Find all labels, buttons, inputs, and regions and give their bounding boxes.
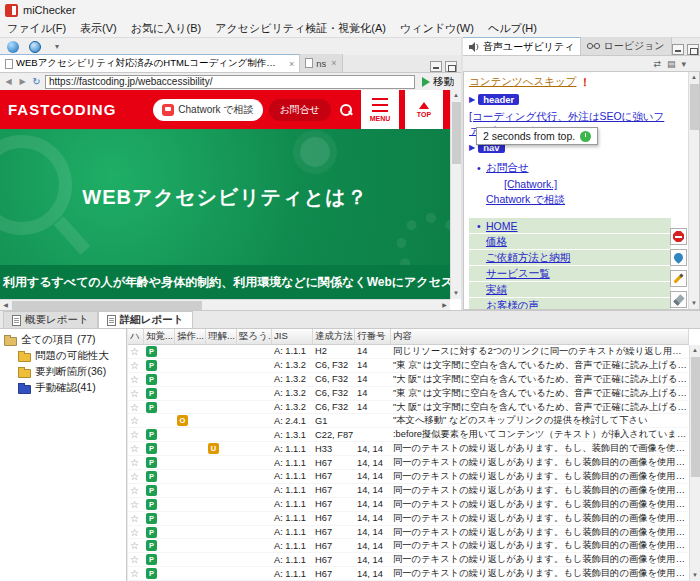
- column-header[interactable]: JIS: [272, 329, 313, 344]
- favorite-cell[interactable]: ☆: [128, 346, 144, 357]
- nav-link-label[interactable]: お客様の声: [486, 299, 539, 310]
- issue-row[interactable]: ☆ P A: 1.1.1 H67 14, 14 同一のテキストの繰り返しがありま…: [128, 553, 689, 567]
- browser-tab-active[interactable]: WEBアクセシビリティ対応済みのHTMLコーディング制作について | コーディン…: [0, 54, 300, 72]
- nav-link-label[interactable]: 実績: [486, 283, 507, 297]
- favorite-cell[interactable]: ☆: [128, 443, 144, 454]
- nav-link-item[interactable]: [Chatwork.]: [469, 176, 689, 192]
- droplet-icon[interactable]: [670, 249, 687, 266]
- issue-row[interactable]: ☆ P A: 1.1.1 H67 14, 14 同一のテキストの繰り返しがありま…: [128, 526, 689, 540]
- column-header[interactable]: 内容: [391, 329, 689, 344]
- tab-low-vision[interactable]: ロービジョン: [581, 37, 671, 55]
- tree-item[interactable]: 手動確認(41): [0, 380, 126, 396]
- nav-link-item[interactable]: Chatwork で相談: [469, 192, 689, 208]
- nav-link-item[interactable]: お客様の声: [469, 298, 671, 309]
- minimize-icon[interactable]: [672, 44, 684, 55]
- expand-triangle-icon[interactable]: ▶: [469, 95, 475, 104]
- voice-visualization-button[interactable]: [4, 39, 22, 54]
- menu-item[interactable]: ウィンドウ(W): [393, 19, 481, 38]
- eraser-icon[interactable]: [670, 291, 687, 308]
- issue-row[interactable]: ☆ P A: 1.3.2 C6, F32 14 "東 京" は文字間に空白を含ん…: [128, 387, 689, 401]
- panel-scrollbar[interactable]: ▲ ▼: [688, 72, 699, 309]
- menu-item[interactable]: 表示(V): [73, 19, 124, 38]
- favorite-cell[interactable]: ☆: [128, 554, 144, 565]
- column-header[interactable]: 理解...: [206, 329, 237, 344]
- menu-item[interactable]: アクセシビリティ検証・視覚化(A): [208, 19, 393, 38]
- browser-tab-2[interactable]: ns ×: [300, 54, 342, 72]
- skip-to-content-link[interactable]: コンテンツへスキップ: [469, 75, 576, 89]
- scroll-up-icon[interactable]: ▲: [451, 90, 461, 101]
- issue-row[interactable]: ☆ P A: 1.1.1 H2 14 同じリソースに対する2つのリンクに同一のテ…: [128, 345, 689, 359]
- tree-item[interactable]: 要判断箇所(36): [0, 364, 126, 380]
- site-logo[interactable]: FASTCODING: [8, 101, 116, 118]
- tree-item[interactable]: 全ての項目 (77): [0, 332, 126, 348]
- favorite-cell[interactable]: ☆: [128, 388, 144, 399]
- table-scrollbar[interactable]: ▲ ▼: [689, 345, 700, 581]
- contact-button[interactable]: お問合せ: [269, 99, 331, 121]
- refresh-icon[interactable]: ↻: [31, 76, 42, 87]
- scroll-down-icon[interactable]: ▼: [690, 570, 700, 581]
- nav-link-label[interactable]: ご依頼方法と納期: [486, 251, 571, 265]
- issue-row[interactable]: ☆ P A: 1.3.2 C6, F32 14 "東 京" は文字間に空白を含ん…: [128, 359, 689, 373]
- nav-link-item[interactable]: 価格: [469, 234, 671, 249]
- restore-icon[interactable]: [687, 44, 699, 55]
- nav-link-item[interactable]: 実績: [469, 282, 671, 297]
- menu-item[interactable]: ヘルプ(H): [481, 19, 544, 38]
- nav-link-label[interactable]: お問合せ: [486, 161, 529, 175]
- maximize-icon[interactable]: [445, 61, 457, 72]
- issue-row[interactable]: ☆ P A: 1.3.2 C6, F32 14 "大 阪" は文字間に空白を含ん…: [128, 401, 689, 415]
- browser-horizontal-scrollbar[interactable]: ◀ ▶: [0, 299, 450, 310]
- favorite-cell[interactable]: ☆: [128, 568, 144, 579]
- issue-row[interactable]: ☆ P U A: 1.1.1 H33 14, 14 同一のテキストの繰り返しがあ…: [128, 442, 689, 456]
- close-icon[interactable]: ×: [331, 58, 336, 68]
- stop-sign-icon[interactable]: [670, 228, 687, 245]
- favorite-cell[interactable]: ☆: [128, 360, 144, 371]
- nav-link-label[interactable]: [Chatwork.]: [504, 178, 557, 190]
- issue-row[interactable]: ☆ P A: 1.1.1 H67 14, 14 同一のテキストの繰り返しがありま…: [128, 470, 689, 484]
- scrollbar-thumb[interactable]: [690, 84, 699, 130]
- pencil-icon[interactable]: [670, 270, 687, 287]
- issue-row[interactable]: ☆ P A: 1.1.1 H67 14, 14 同一のテキストの繰り返しがありま…: [128, 567, 689, 581]
- favorite-cell[interactable]: ☆: [128, 499, 144, 510]
- column-header[interactable]: 知覚...: [144, 329, 175, 344]
- minimize-icon[interactable]: [430, 61, 442, 72]
- favorite-cell[interactable]: ☆: [128, 402, 144, 413]
- nav-link-label[interactable]: サービス一覧: [486, 267, 550, 281]
- chevron-down-icon[interactable]: ▾: [681, 59, 686, 69]
- issue-row[interactable]: ☆ P A: 1.1.1 H67 14, 14 同一のテキストの繰り返しがありま…: [128, 498, 689, 512]
- nav-link-label[interactable]: Chatwork で相談: [486, 193, 565, 207]
- column-header[interactable]: 堅ろう...: [237, 329, 272, 344]
- back-to-top-button[interactable]: TOP: [405, 90, 443, 129]
- nav-link-item[interactable]: ご依頼方法と納期: [469, 250, 671, 265]
- forward-icon[interactable]: ▶: [17, 77, 28, 86]
- favorite-cell[interactable]: ☆: [128, 540, 144, 551]
- tab-detail-report[interactable]: 詳細レポート: [98, 311, 193, 328]
- favorite-cell[interactable]: ☆: [128, 471, 144, 482]
- url-input[interactable]: [45, 75, 415, 89]
- tree-item[interactable]: 問題の可能性大: [0, 348, 126, 364]
- issue-row[interactable]: ☆ P A: 1.1.1 H67 14, 14 同一のテキストの繰り返しがありま…: [128, 512, 689, 526]
- scrollbar-thumb[interactable]: [691, 357, 700, 477]
- menu-item[interactable]: ファイル(F): [0, 19, 73, 38]
- issue-row[interactable]: ☆ O A: 2.4.1 G1 "本文へ移動" などのスキップリンクの提供を検討…: [128, 414, 689, 428]
- scrollbar-thumb[interactable]: [12, 301, 202, 310]
- nav-link-item[interactable]: • お問合せ: [469, 160, 689, 176]
- back-icon[interactable]: ◀: [3, 77, 14, 86]
- column-header[interactable]: 行番号: [355, 329, 391, 344]
- tab-summary-report[interactable]: 概要レポート: [3, 311, 98, 328]
- issue-row[interactable]: ☆ P A: 1.3.2 C6, F32 14 "大 阪" は文字間に空白を含ん…: [128, 373, 689, 387]
- list-icon[interactable]: ▤: [667, 59, 676, 69]
- lowvision-visualization-button[interactable]: [26, 39, 44, 54]
- go-button[interactable]: 移動: [418, 75, 458, 89]
- column-header[interactable]: 達成方法: [313, 329, 355, 344]
- toolbar-dropdown-button[interactable]: ▾: [48, 39, 66, 54]
- scroll-up-icon[interactable]: ▲: [689, 72, 699, 83]
- menu-item[interactable]: お気に入り(B): [124, 19, 208, 38]
- issue-row[interactable]: ☆ P A: 1.3.1 C22, F87 :before擬似要素を用いてコンテ…: [128, 428, 689, 442]
- issue-row[interactable]: ☆ P A: 1.1.1 H67 14, 14 同一のテキストの繰り返しがありま…: [128, 539, 689, 553]
- nav-link-item[interactable]: • HOME: [469, 218, 671, 233]
- scrollbar-thumb[interactable]: [452, 102, 461, 164]
- column-header[interactable]: 操作...: [175, 329, 206, 344]
- tab-voice-usability[interactable]: 音声ユーザビリティ: [463, 37, 581, 55]
- sync-icon[interactable]: ⇄: [653, 59, 661, 69]
- favorite-cell[interactable]: ☆: [128, 374, 144, 385]
